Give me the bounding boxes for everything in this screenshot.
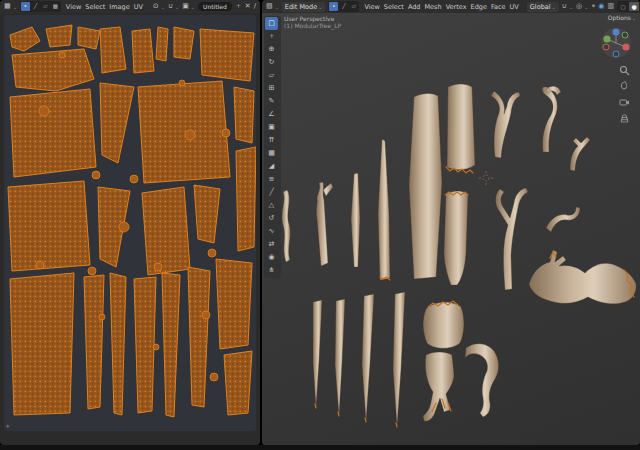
uv-island-small[interactable] [130, 175, 138, 183]
branch-model-spike-4[interactable] [393, 292, 405, 426]
menu-vertex[interactable]: Vertex [444, 3, 469, 11]
face-select-button[interactable]: ▱ [349, 2, 358, 11]
uv-island[interactable] [78, 27, 100, 49]
branch-model-antler-branch[interactable] [496, 188, 528, 290]
branch-model-thin-spike[interactable] [351, 173, 360, 267]
uv-island-small[interactable] [92, 171, 100, 179]
uv-island[interactable] [162, 273, 180, 417]
branch-model-tall-trunk[interactable] [409, 93, 442, 279]
branch-model-tapered-spike[interactable] [378, 139, 390, 280]
tool-move-button[interactable]: ⊕ [265, 43, 278, 56]
tool-edge-slide-button[interactable]: ⇄ [265, 238, 278, 251]
zoom-icon[interactable] [619, 65, 630, 76]
branch-model-y-twig[interactable] [491, 91, 520, 158]
tool-scale-button[interactable]: ▱ [265, 69, 278, 82]
shading-wireframe-button[interactable]: ○ [618, 2, 628, 11]
menu-uv[interactable]: UV [132, 3, 145, 11]
menu-select[interactable]: Select [382, 3, 406, 11]
menu-face[interactable]: Face [489, 3, 508, 11]
uv-island[interactable] [134, 277, 156, 413]
uv-canvas[interactable]: ⌖ [4, 15, 256, 431]
gizmo-z-axis[interactable] [612, 28, 619, 35]
mode-dropdown[interactable]: Edit Mode ⌄ [282, 2, 326, 12]
tool-knife-button[interactable]: ╱ [265, 186, 278, 199]
menu-view[interactable]: View [64, 3, 83, 11]
branch-model-trunk-bottom[interactable] [444, 191, 468, 285]
tool-extrude-region-button[interactable]: ⇈ [265, 134, 278, 147]
tool-shrink-fatten-button[interactable]: ◉ [265, 251, 278, 264]
tool-smooth-button[interactable]: ∿ [265, 225, 278, 238]
gizmo-y-neg-axis[interactable] [622, 32, 628, 38]
branch-model-bark-chunk[interactable] [423, 302, 464, 348]
pan-hand-icon[interactable] [619, 81, 630, 92]
branch-model-curved-root[interactable] [465, 344, 499, 417]
branch-model-curved-twig[interactable] [546, 207, 580, 232]
uv-island[interactable] [156, 27, 168, 61]
tool-inset-faces-button[interactable]: ▦ [265, 147, 278, 160]
tool-spin-button[interactable]: ↺ [265, 212, 278, 225]
gizmo-y-axis[interactable] [603, 35, 610, 42]
uv-island[interactable] [142, 187, 190, 275]
branch-model-small-fork-twig[interactable] [570, 137, 590, 171]
uv-2d-cursor-icon[interactable]: ⌖ [6, 422, 9, 430]
uv-island-small[interactable] [88, 267, 96, 275]
menu-edge[interactable]: Edge [469, 3, 489, 11]
uv-island[interactable] [236, 147, 256, 251]
uv-island-small[interactable] [59, 52, 65, 58]
pivot-icon[interactable]: ⊙ [153, 0, 159, 13]
uv-island[interactable] [100, 83, 134, 163]
overlays-toggle-icon[interactable]: ◉ [598, 0, 604, 13]
uv-island[interactable] [100, 27, 126, 73]
options-dropdown[interactable]: Options ⌄ [608, 14, 636, 21]
orientation-dropdown[interactable]: Global ⌄ [527, 2, 559, 12]
viewport-canvas[interactable]: ▢＋⊕↻▱⊞✎∠▣⇈▦◢≡╱△↺∿⇄◉⋔ User Perspective (1… [262, 13, 640, 445]
menu-view[interactable]: View [362, 3, 381, 11]
tool-cursor-button[interactable]: ＋ [265, 30, 278, 43]
uv-island[interactable] [110, 273, 126, 415]
uv-island-small[interactable] [202, 311, 210, 319]
uv-island-small[interactable] [154, 263, 162, 271]
uv-island[interactable] [174, 27, 194, 59]
uv-face-mode-button[interactable]: ▱ [41, 2, 50, 11]
edge-select-button[interactable]: ╱ [339, 2, 348, 11]
gizmo-z-neg-axis[interactable] [613, 51, 619, 57]
image-name-field[interactable]: Untitled [198, 2, 232, 11]
uv-island[interactable] [194, 185, 220, 243]
camera-view-icon[interactable] [619, 97, 630, 108]
uv-island-small[interactable] [179, 80, 185, 86]
branch-model-root-fork[interactable] [423, 352, 454, 421]
uv-island[interactable] [200, 29, 254, 81]
uv-island-small[interactable] [185, 130, 195, 140]
uv-island[interactable] [216, 259, 252, 349]
uv-island-small[interactable] [119, 222, 129, 232]
uv-island[interactable] [234, 87, 254, 143]
snap-magnet-icon[interactable]: ∪ [168, 0, 173, 13]
uv-island[interactable] [46, 25, 72, 47]
uv-island-small[interactable] [210, 373, 218, 381]
uv-vertex-mode-button[interactable]: • [21, 2, 30, 11]
display-channel-label[interactable]: / [254, 0, 256, 13]
menu-mesh[interactable]: Mesh [423, 3, 444, 11]
viewport-editor-type-icon[interactable]: ▧ [266, 0, 273, 13]
uv-island-small[interactable] [36, 261, 44, 269]
uv-island-small[interactable] [153, 344, 159, 350]
branch-model-gnarled-root[interactable] [529, 250, 636, 304]
branch-model-forked-twig[interactable] [316, 182, 333, 266]
uv-island[interactable] [10, 89, 96, 177]
vertex-select-button[interactable]: • [329, 2, 338, 11]
snap-magnet-icon[interactable]: ∪ [562, 0, 567, 13]
uv-island-small[interactable] [222, 129, 230, 137]
shading-solid-button[interactable]: ● [629, 2, 639, 11]
menu-image[interactable]: Image [107, 3, 131, 11]
uv-island[interactable] [10, 273, 74, 415]
uv-island[interactable] [12, 49, 94, 91]
gizmo-x-neg-axis[interactable] [603, 44, 609, 50]
menu-add[interactable]: Add [406, 3, 423, 11]
uv-island[interactable] [188, 267, 210, 407]
uv-island-small[interactable] [39, 106, 49, 116]
uv-island[interactable] [138, 81, 230, 183]
branch-model-spike-3[interactable] [362, 294, 374, 421]
tool-select-box-button[interactable]: ▢ [265, 17, 278, 30]
tool-measure-button[interactable]: ∠ [265, 108, 278, 121]
xray-toggle-icon[interactable]: ▥ [607, 0, 614, 13]
